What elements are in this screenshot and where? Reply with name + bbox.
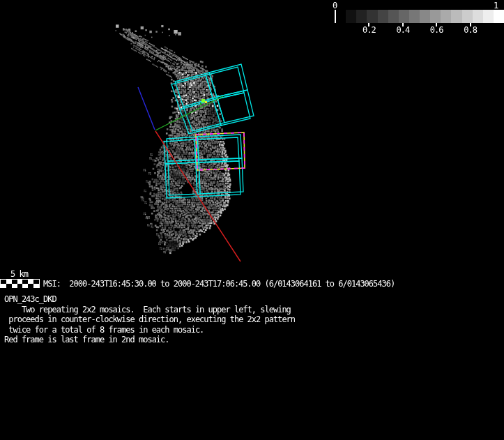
colorbar-step xyxy=(378,10,388,23)
lower-mosaic-frame xyxy=(196,161,240,197)
colorbar-step xyxy=(388,10,399,23)
caption-line: Two repeating 2x2 mosaics. Each starts i… xyxy=(4,305,295,315)
scale-bar-checker xyxy=(0,279,40,288)
colorbar-tick xyxy=(368,23,369,26)
colorbar-step xyxy=(462,10,473,23)
colorbar-tick-label: 0.6 xyxy=(429,25,444,35)
caption-line: OPN_243c_DKD xyxy=(4,294,295,305)
sequence-caption: OPN_243c_DKD Two repeating 2x2 mosaics. … xyxy=(4,294,295,345)
colorbar-step xyxy=(473,10,483,23)
observation-status-text: MSI: 2000-243T16:45:30.00 to 2000-243T17… xyxy=(43,279,395,289)
scale-bar-cell xyxy=(33,284,39,288)
colorbar-step xyxy=(409,10,420,23)
colorbar-tick xyxy=(402,23,404,26)
lower-mosaic-frame xyxy=(199,158,243,194)
colorbar-tick-label: 0.2 xyxy=(361,25,376,35)
mosaic-frames-overlay xyxy=(0,0,504,440)
target-marker xyxy=(201,99,205,103)
colorbar-tick xyxy=(436,23,437,26)
target-marker xyxy=(200,103,201,105)
colorbar-step xyxy=(356,10,367,23)
colorbar-step xyxy=(494,10,504,23)
colorbar-step xyxy=(420,10,430,23)
colorbar-max-label: 1 xyxy=(494,1,498,10)
colorbar-tick-label: 0.8 xyxy=(463,25,478,35)
lower-mosaic-frame xyxy=(165,162,197,198)
colorbar-step xyxy=(441,10,451,23)
scale-bar-label: 5 km xyxy=(10,269,28,279)
msi-planning-window: 0 1 0.2 0.4 0.6 0.8 5 km MSI: 2000-243T1… xyxy=(0,0,504,440)
colorbar-step xyxy=(483,10,494,23)
caption-line: twice for a total of 8 frames in each mo… xyxy=(4,325,295,335)
colorbar-tick xyxy=(470,23,471,26)
target-marker xyxy=(205,101,207,103)
axis-blue-line xyxy=(138,87,155,130)
lower-mosaic-frame xyxy=(168,160,200,195)
colorbar-step xyxy=(346,10,356,23)
colorbar-gradient xyxy=(335,10,504,23)
caption-line: Red frame is last frame in 2nd mosaic. xyxy=(4,335,295,345)
colorbar-step xyxy=(367,10,377,23)
caption-line: proceeds in counter-clockwise direction,… xyxy=(4,314,295,325)
colorbar-min-label: 0 xyxy=(333,1,337,10)
colorbar-step xyxy=(451,10,461,23)
colorbar-step xyxy=(399,10,409,23)
colorbar-zero-tick xyxy=(335,10,336,23)
colorbar-step xyxy=(335,10,346,23)
colorbar-tick-label: 0.4 xyxy=(395,25,411,35)
colorbar-step xyxy=(430,10,441,23)
